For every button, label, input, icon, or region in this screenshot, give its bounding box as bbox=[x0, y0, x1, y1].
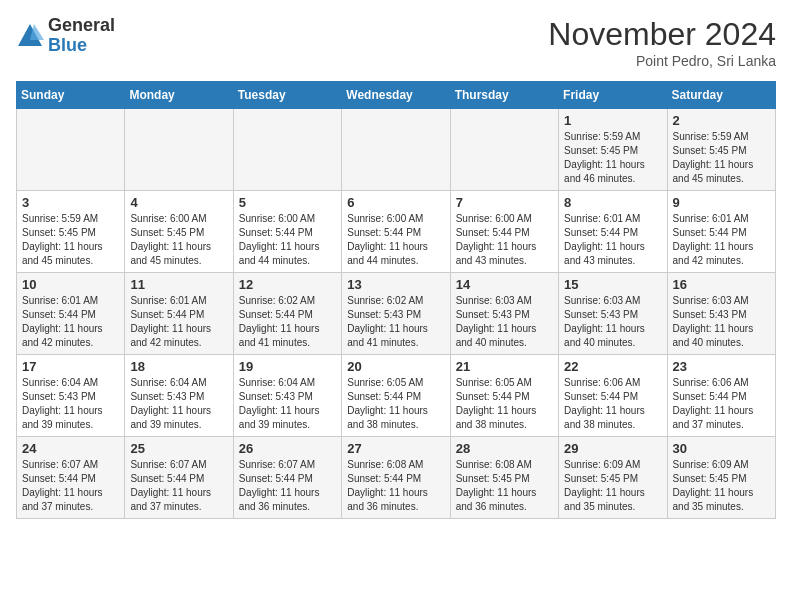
calendar-cell: 4Sunrise: 6:00 AMSunset: 5:45 PMDaylight… bbox=[125, 191, 233, 273]
calendar-cell: 10Sunrise: 6:01 AMSunset: 5:44 PMDayligh… bbox=[17, 273, 125, 355]
calendar-cell: 15Sunrise: 6:03 AMSunset: 5:43 PMDayligh… bbox=[559, 273, 667, 355]
day-detail: Sunrise: 6:01 AMSunset: 5:44 PMDaylight:… bbox=[673, 212, 770, 268]
calendar-week-row: 24Sunrise: 6:07 AMSunset: 5:44 PMDayligh… bbox=[17, 437, 776, 519]
day-detail: Sunrise: 6:04 AMSunset: 5:43 PMDaylight:… bbox=[239, 376, 336, 432]
day-detail: Sunrise: 6:06 AMSunset: 5:44 PMDaylight:… bbox=[564, 376, 661, 432]
logo-general-label: General bbox=[48, 16, 115, 36]
calendar-cell: 30Sunrise: 6:09 AMSunset: 5:45 PMDayligh… bbox=[667, 437, 775, 519]
day-detail: Sunrise: 6:01 AMSunset: 5:44 PMDaylight:… bbox=[22, 294, 119, 350]
day-number: 24 bbox=[22, 441, 119, 456]
day-detail: Sunrise: 6:05 AMSunset: 5:44 PMDaylight:… bbox=[347, 376, 444, 432]
calendar-cell: 14Sunrise: 6:03 AMSunset: 5:43 PMDayligh… bbox=[450, 273, 558, 355]
calendar-cell: 13Sunrise: 6:02 AMSunset: 5:43 PMDayligh… bbox=[342, 273, 450, 355]
logo: General Blue bbox=[16, 16, 115, 56]
calendar-cell: 9Sunrise: 6:01 AMSunset: 5:44 PMDaylight… bbox=[667, 191, 775, 273]
day-detail: Sunrise: 5:59 AMSunset: 5:45 PMDaylight:… bbox=[564, 130, 661, 186]
day-number: 27 bbox=[347, 441, 444, 456]
day-number: 18 bbox=[130, 359, 227, 374]
calendar-cell: 27Sunrise: 6:08 AMSunset: 5:44 PMDayligh… bbox=[342, 437, 450, 519]
day-detail: Sunrise: 6:01 AMSunset: 5:44 PMDaylight:… bbox=[564, 212, 661, 268]
calendar-cell: 3Sunrise: 5:59 AMSunset: 5:45 PMDaylight… bbox=[17, 191, 125, 273]
calendar-cell: 17Sunrise: 6:04 AMSunset: 5:43 PMDayligh… bbox=[17, 355, 125, 437]
day-detail: Sunrise: 6:03 AMSunset: 5:43 PMDaylight:… bbox=[673, 294, 770, 350]
calendar-cell: 23Sunrise: 6:06 AMSunset: 5:44 PMDayligh… bbox=[667, 355, 775, 437]
day-detail: Sunrise: 6:00 AMSunset: 5:44 PMDaylight:… bbox=[456, 212, 553, 268]
day-number: 8 bbox=[564, 195, 661, 210]
calendar-cell: 12Sunrise: 6:02 AMSunset: 5:44 PMDayligh… bbox=[233, 273, 341, 355]
day-number: 29 bbox=[564, 441, 661, 456]
logo-text: General Blue bbox=[48, 16, 115, 56]
day-number: 2 bbox=[673, 113, 770, 128]
day-detail: Sunrise: 6:07 AMSunset: 5:44 PMDaylight:… bbox=[22, 458, 119, 514]
day-number: 28 bbox=[456, 441, 553, 456]
day-detail: Sunrise: 6:07 AMSunset: 5:44 PMDaylight:… bbox=[239, 458, 336, 514]
day-number: 13 bbox=[347, 277, 444, 292]
calendar-cell bbox=[450, 109, 558, 191]
day-number: 15 bbox=[564, 277, 661, 292]
day-detail: Sunrise: 5:59 AMSunset: 5:45 PMDaylight:… bbox=[673, 130, 770, 186]
day-detail: Sunrise: 6:03 AMSunset: 5:43 PMDaylight:… bbox=[456, 294, 553, 350]
calendar-cell: 2Sunrise: 5:59 AMSunset: 5:45 PMDaylight… bbox=[667, 109, 775, 191]
calendar-body: 1Sunrise: 5:59 AMSunset: 5:45 PMDaylight… bbox=[17, 109, 776, 519]
day-detail: Sunrise: 6:04 AMSunset: 5:43 PMDaylight:… bbox=[130, 376, 227, 432]
day-detail: Sunrise: 6:02 AMSunset: 5:43 PMDaylight:… bbox=[347, 294, 444, 350]
day-number: 30 bbox=[673, 441, 770, 456]
calendar-cell: 28Sunrise: 6:08 AMSunset: 5:45 PMDayligh… bbox=[450, 437, 558, 519]
day-detail: Sunrise: 6:00 AMSunset: 5:44 PMDaylight:… bbox=[347, 212, 444, 268]
calendar-cell: 1Sunrise: 5:59 AMSunset: 5:45 PMDaylight… bbox=[559, 109, 667, 191]
month-title: November 2024 bbox=[548, 16, 776, 53]
day-detail: Sunrise: 6:08 AMSunset: 5:45 PMDaylight:… bbox=[456, 458, 553, 514]
calendar-cell: 7Sunrise: 6:00 AMSunset: 5:44 PMDaylight… bbox=[450, 191, 558, 273]
calendar-cell: 11Sunrise: 6:01 AMSunset: 5:44 PMDayligh… bbox=[125, 273, 233, 355]
weekday-header-tuesday: Tuesday bbox=[233, 82, 341, 109]
day-number: 22 bbox=[564, 359, 661, 374]
day-detail: Sunrise: 5:59 AMSunset: 5:45 PMDaylight:… bbox=[22, 212, 119, 268]
day-detail: Sunrise: 6:02 AMSunset: 5:44 PMDaylight:… bbox=[239, 294, 336, 350]
day-number: 25 bbox=[130, 441, 227, 456]
calendar-cell: 20Sunrise: 6:05 AMSunset: 5:44 PMDayligh… bbox=[342, 355, 450, 437]
calendar-cell: 8Sunrise: 6:01 AMSunset: 5:44 PMDaylight… bbox=[559, 191, 667, 273]
weekday-header-sunday: Sunday bbox=[17, 82, 125, 109]
title-block: November 2024 Point Pedro, Sri Lanka bbox=[548, 16, 776, 69]
logo-blue-label: Blue bbox=[48, 36, 115, 56]
day-number: 19 bbox=[239, 359, 336, 374]
page-header: General Blue November 2024 Point Pedro, … bbox=[16, 16, 776, 69]
day-detail: Sunrise: 6:00 AMSunset: 5:44 PMDaylight:… bbox=[239, 212, 336, 268]
calendar-week-row: 17Sunrise: 6:04 AMSunset: 5:43 PMDayligh… bbox=[17, 355, 776, 437]
day-number: 16 bbox=[673, 277, 770, 292]
day-number: 3 bbox=[22, 195, 119, 210]
calendar-cell: 6Sunrise: 6:00 AMSunset: 5:44 PMDaylight… bbox=[342, 191, 450, 273]
calendar-cell: 21Sunrise: 6:05 AMSunset: 5:44 PMDayligh… bbox=[450, 355, 558, 437]
weekday-header-monday: Monday bbox=[125, 82, 233, 109]
day-number: 23 bbox=[673, 359, 770, 374]
day-number: 12 bbox=[239, 277, 336, 292]
weekday-header-thursday: Thursday bbox=[450, 82, 558, 109]
day-detail: Sunrise: 6:04 AMSunset: 5:43 PMDaylight:… bbox=[22, 376, 119, 432]
calendar-cell: 19Sunrise: 6:04 AMSunset: 5:43 PMDayligh… bbox=[233, 355, 341, 437]
day-detail: Sunrise: 6:08 AMSunset: 5:44 PMDaylight:… bbox=[347, 458, 444, 514]
calendar-cell bbox=[17, 109, 125, 191]
day-detail: Sunrise: 6:07 AMSunset: 5:44 PMDaylight:… bbox=[130, 458, 227, 514]
calendar-cell: 22Sunrise: 6:06 AMSunset: 5:44 PMDayligh… bbox=[559, 355, 667, 437]
calendar-cell: 29Sunrise: 6:09 AMSunset: 5:45 PMDayligh… bbox=[559, 437, 667, 519]
day-number: 5 bbox=[239, 195, 336, 210]
calendar-cell: 25Sunrise: 6:07 AMSunset: 5:44 PMDayligh… bbox=[125, 437, 233, 519]
weekday-header-friday: Friday bbox=[559, 82, 667, 109]
weekday-header-wednesday: Wednesday bbox=[342, 82, 450, 109]
calendar-cell: 16Sunrise: 6:03 AMSunset: 5:43 PMDayligh… bbox=[667, 273, 775, 355]
day-number: 6 bbox=[347, 195, 444, 210]
day-number: 20 bbox=[347, 359, 444, 374]
calendar-table: SundayMondayTuesdayWednesdayThursdayFrid… bbox=[16, 81, 776, 519]
day-number: 10 bbox=[22, 277, 119, 292]
calendar-week-row: 10Sunrise: 6:01 AMSunset: 5:44 PMDayligh… bbox=[17, 273, 776, 355]
day-number: 11 bbox=[130, 277, 227, 292]
calendar-week-row: 3Sunrise: 5:59 AMSunset: 5:45 PMDaylight… bbox=[17, 191, 776, 273]
weekday-header-row: SundayMondayTuesdayWednesdayThursdayFrid… bbox=[17, 82, 776, 109]
logo-icon bbox=[16, 22, 44, 50]
day-number: 4 bbox=[130, 195, 227, 210]
day-detail: Sunrise: 6:05 AMSunset: 5:44 PMDaylight:… bbox=[456, 376, 553, 432]
calendar-cell: 18Sunrise: 6:04 AMSunset: 5:43 PMDayligh… bbox=[125, 355, 233, 437]
day-number: 7 bbox=[456, 195, 553, 210]
calendar-cell: 24Sunrise: 6:07 AMSunset: 5:44 PMDayligh… bbox=[17, 437, 125, 519]
day-number: 1 bbox=[564, 113, 661, 128]
